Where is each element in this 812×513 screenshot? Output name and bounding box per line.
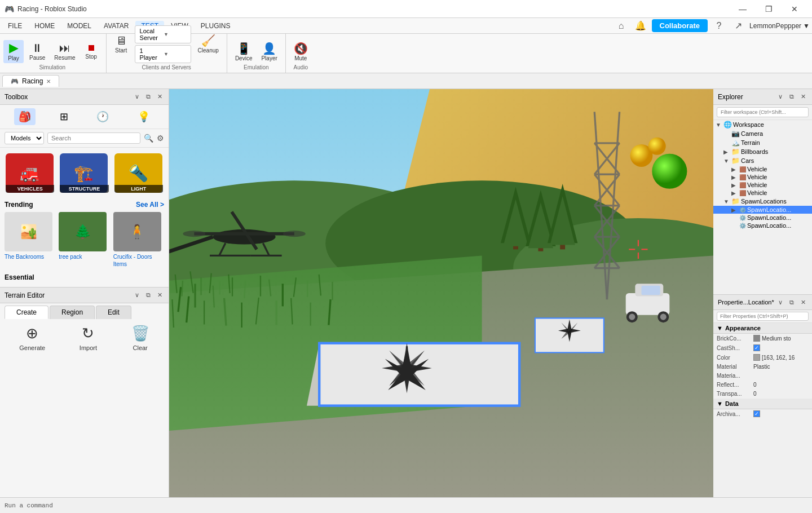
appearance-toggle-icon: ▼ (717, 325, 723, 331)
start-button[interactable]: 🖥 Start (111, 33, 131, 55)
appearance-section-header[interactable]: ▼ Appearance (713, 323, 812, 334)
prop-transparency[interactable]: Transpa... 0 (713, 390, 812, 399)
prop-archivable[interactable]: Archiva... ✓ (713, 409, 812, 419)
data-section-header[interactable]: ▼ Data (713, 399, 812, 409)
menu-home[interactable]: HOME (29, 21, 60, 31)
terrain-popout-btn[interactable]: ⧉ (144, 291, 153, 300)
prop-material[interactable]: Material Plastic (713, 362, 812, 372)
device-button[interactable]: 📱 Device (232, 41, 256, 63)
viewport[interactable] (169, 89, 713, 497)
svg-rect-30 (241, 303, 242, 328)
tree-camera[interactable]: 📷 Camera (713, 129, 812, 138)
spawnloc2-icon: ⚙️ (739, 215, 746, 221)
crucifix-label[interactable]: Crucifix - Doors Items (113, 253, 164, 268)
tree-spawnlocation-3[interactable]: ⚙️ SpawnLocatio... (713, 222, 812, 229)
tree-vehicle-2[interactable]: ▶ 🟫 Vehicle (713, 173, 812, 181)
import-action[interactable]: ↻ Import (80, 325, 97, 351)
help-button[interactable]: ? (711, 18, 727, 34)
castshadow-checkbox[interactable]: ✓ (753, 344, 760, 351)
svg-rect-10 (200, 277, 201, 295)
search-icon[interactable]: 🔍 (144, 134, 153, 143)
trending-items: 🏜️ The Backrooms 🌲 tree pack 🧍 Crucifix … (5, 212, 164, 268)
prop-reflectance[interactable]: Reflect... 0 (713, 381, 812, 390)
color-value: [163, 162, 16 (753, 354, 809, 361)
prop-castshadow[interactable]: CastSh... ✓ (713, 343, 812, 353)
close-button[interactable]: ✕ (782, 0, 807, 18)
toolbox-popout-btn[interactable]: ⧉ (144, 92, 153, 101)
toolbox-bulb-btn[interactable]: 💡 (133, 108, 155, 125)
treepack-label[interactable]: tree pack (59, 253, 109, 260)
properties-collapse-btn[interactable]: ∨ (776, 298, 785, 307)
collaborate-button[interactable]: Collaborate (652, 19, 708, 32)
menu-model[interactable]: MODEL (61, 21, 97, 31)
toolbox-grid-btn[interactable]: ⊞ (55, 108, 73, 125)
tree-terrain[interactable]: 🏔️ Terrain (713, 138, 812, 147)
backrooms-label[interactable]: The Backrooms (5, 253, 55, 260)
home-icon-button[interactable]: ⌂ (614, 18, 629, 34)
tree-vehicle-4[interactable]: ▶ 🟫 Vehicle (713, 189, 812, 197)
tab-racing[interactable]: 🎮 Racing ✕ (2, 75, 59, 87)
tree-spawnlocations[interactable]: ▼ 📁 SpawnLocations (713, 197, 812, 206)
explorer-close-btn[interactable]: ✕ (798, 92, 807, 101)
trending-title: Trending (5, 201, 33, 209)
cleanup-button[interactable]: 🧹 Cleanup (195, 33, 222, 55)
properties-close-btn[interactable]: ✕ (798, 298, 807, 307)
explorer-panel-controls: ∨ ⧉ ✕ (776, 92, 807, 101)
terrain-tab-create[interactable]: Create (5, 306, 48, 319)
prop-brickcolor[interactable]: BrickCo... Medium sto (713, 334, 812, 343)
user-menu[interactable]: LemmonPeppper ▼ (749, 22, 810, 30)
header-tabs: 🎮 Racing ✕ (0, 73, 812, 89)
share-button[interactable]: ↗ (730, 18, 746, 34)
explorer-collapse-btn[interactable]: ∨ (776, 92, 785, 101)
model-type-select[interactable]: Models (5, 132, 44, 144)
search-input[interactable] (47, 132, 140, 144)
filter-icon[interactable]: ⚙ (157, 134, 164, 143)
tree-cars[interactable]: ▼ 📁 Cars (713, 156, 812, 165)
mute-button[interactable]: 🔇 Mute (290, 41, 311, 63)
tree-spawnlocation-1[interactable]: ▶ ⚙️ SpawnLocatio... (713, 206, 812, 214)
players-dropdown[interactable]: 1 Player ▼ (135, 45, 191, 63)
prop-materialvariant[interactable]: Materia... (713, 372, 812, 381)
archivable-checkbox[interactable]: ✓ (753, 410, 760, 417)
tree-spawnlocation-2[interactable]: ⚙️ SpawnLocatio... (713, 214, 812, 222)
minimize-button[interactable]: — (730, 0, 756, 18)
toolbox-collapse-btn[interactable]: ∨ (133, 92, 142, 101)
local-server-dropdown[interactable]: Local Server ▼ (135, 25, 191, 43)
bell-icon-button[interactable]: 🔔 (633, 18, 648, 34)
explorer-filter-input[interactable] (717, 107, 809, 117)
play-button[interactable]: ▶ Play (3, 40, 24, 63)
structure-item[interactable]: 🏗️ STRUCTURE (59, 152, 109, 194)
backrooms-thumb: 🏜️ (5, 212, 52, 251)
trend-item-crucifix[interactable]: 🧍 Crucifix - Doors Items (113, 212, 164, 268)
clear-action[interactable]: 🗑️ Clear (131, 325, 149, 351)
toolbox-clock-btn[interactable]: 🕐 (92, 108, 113, 125)
trend-item-backrooms[interactable]: 🏜️ The Backrooms (5, 212, 55, 268)
tree-vehicle-3[interactable]: ▶ 🟫 Vehicle (713, 181, 812, 189)
toolbox-close-btn[interactable]: ✕ (155, 92, 164, 101)
tree-vehicle-1[interactable]: ▶ 🟫 Vehicle (713, 165, 812, 173)
stop-button[interactable]: ⏹ Stop (81, 42, 102, 61)
player-button[interactable]: 👤 Player (258, 41, 280, 63)
generate-action[interactable]: ⊕ Generate (19, 325, 45, 351)
terrain-tab-region[interactable]: Region (50, 306, 95, 319)
vehicles-item[interactable]: 🚒 VEHICLES (5, 152, 55, 194)
terrain-tab-edit[interactable]: Edit (96, 306, 131, 319)
trend-item-treepack[interactable]: 🌲 tree pack (59, 212, 109, 268)
resume-button[interactable]: ⏭ Resume (51, 41, 78, 63)
properties-filter-input[interactable] (717, 312, 809, 321)
menu-file[interactable]: FILE (2, 21, 28, 31)
tree-billboards[interactable]: ▶ 📁 Billboards (713, 147, 812, 156)
maximize-button[interactable]: ❐ (756, 0, 782, 18)
toolbox-backpack-btn[interactable]: 🎒 (14, 108, 36, 125)
prop-color[interactable]: Color [163, 162, 16 (713, 353, 812, 362)
explorer-popout-btn[interactable]: ⧉ (787, 92, 796, 101)
tree-workspace[interactable]: ▼ 🌐 Workspace (713, 120, 812, 129)
terrain-collapse-btn[interactable]: ∨ (133, 291, 142, 300)
workspace-toggle: ▼ (716, 122, 722, 128)
properties-popout-btn[interactable]: ⧉ (787, 298, 796, 307)
tab-racing-close[interactable]: ✕ (46, 78, 51, 85)
terrain-close-btn[interactable]: ✕ (155, 291, 164, 300)
pause-button[interactable]: ⏸ Pause (26, 41, 48, 63)
see-all-link[interactable]: See All > (136, 201, 164, 209)
light-item[interactable]: 🔦 LIGHT (113, 152, 164, 194)
